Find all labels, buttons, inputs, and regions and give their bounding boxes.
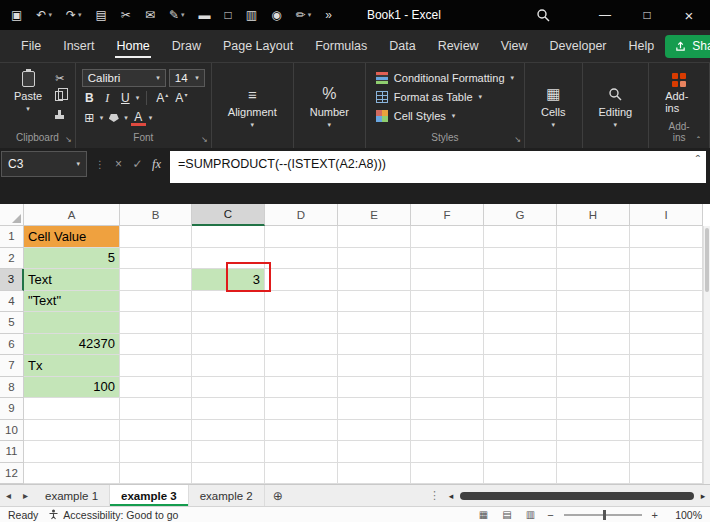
copy-button[interactable] (55, 89, 64, 103)
cell-F1[interactable] (411, 226, 484, 248)
cell-C6[interactable] (192, 334, 265, 356)
cell-I7[interactable] (630, 355, 703, 377)
collapse-ribbon-button[interactable]: ˆ (697, 135, 700, 145)
close-button[interactable]: × (668, 0, 710, 30)
cell-H4[interactable] (557, 291, 630, 313)
cell-E6[interactable] (338, 334, 411, 356)
menu-tab-review[interactable]: Review (427, 30, 490, 62)
zoom-level[interactable]: 100% (668, 509, 702, 521)
cell-H12[interactable] (557, 463, 630, 485)
accessibility-status[interactable]: Accessibility: Good to go (48, 509, 178, 521)
column-header-E[interactable]: E (338, 204, 411, 226)
cell-B4[interactable] (120, 291, 192, 313)
column-header-A[interactable]: A (24, 204, 120, 226)
cell-A1[interactable]: Cell Value (24, 226, 120, 248)
camera-icon[interactable]: ◉ (264, 8, 288, 22)
column-header-G[interactable]: G (484, 204, 557, 226)
cells-button[interactable]: ▦ Cells ▾ (531, 68, 575, 146)
column-header-H[interactable]: H (557, 204, 630, 226)
select-all-corner[interactable] (0, 204, 24, 226)
cell-E10[interactable] (338, 420, 411, 442)
zoom-in-button[interactable]: + (652, 509, 658, 521)
cell-H5[interactable] (557, 312, 630, 334)
cell-F6[interactable] (411, 334, 484, 356)
cell-H2[interactable] (557, 248, 630, 270)
addins-button[interactable]: Add-ins (655, 68, 703, 119)
dialog-launcher-icon[interactable]: ↘ (514, 135, 521, 144)
cell-A4[interactable]: "Text" (24, 291, 120, 313)
menu-tab-help[interactable]: Help (618, 30, 666, 62)
cell-B11[interactable] (120, 441, 192, 463)
cell-G7[interactable] (484, 355, 557, 377)
cell-B7[interactable] (120, 355, 192, 377)
row-header-7[interactable]: 7 (0, 355, 24, 377)
column-header-D[interactable]: D (265, 204, 338, 226)
underline-button[interactable]: U (118, 90, 133, 107)
row-header-10[interactable]: 10 (0, 420, 24, 442)
cell-C10[interactable] (192, 420, 265, 442)
sheet-nav-right-icon[interactable]: ▸ (17, 485, 34, 506)
cell-C3[interactable]: 3 (192, 269, 265, 291)
cell-G4[interactable] (484, 291, 557, 313)
cell-C9[interactable] (192, 398, 265, 420)
menu-tab-insert[interactable]: Insert (52, 30, 105, 62)
save-icon[interactable]: ▣ (4, 8, 29, 22)
horizontal-scrollbar-thumb[interactable] (460, 492, 694, 500)
cell-E4[interactable] (338, 291, 411, 313)
cell-A3[interactable]: Text (24, 269, 120, 291)
cell-I5[interactable] (630, 312, 703, 334)
mail-icon[interactable]: ✉ (138, 8, 162, 22)
cell-E2[interactable] (338, 248, 411, 270)
cell-C8[interactable] (192, 377, 265, 399)
row-header-6[interactable]: 6 (0, 334, 24, 356)
cell-C4[interactable] (192, 291, 265, 313)
vertical-scrollbar[interactable] (703, 226, 710, 484)
increase-font-size-button[interactable]: A▴ (154, 90, 170, 107)
sheet-tab-example-1[interactable]: example 1 (34, 485, 110, 506)
dialog-launcher-icon[interactable]: ↘ (201, 135, 208, 144)
overflow-icon[interactable]: » (318, 8, 339, 22)
cell-D12[interactable] (265, 463, 338, 485)
cut-icon[interactable]: ✂ (114, 8, 138, 22)
conditional-formatting-button[interactable]: Conditional Formatting ▾ (372, 68, 518, 87)
highlighter-icon[interactable]: ▬ (192, 8, 218, 22)
row-header-4[interactable]: 4 (0, 291, 24, 313)
cell-H10[interactable] (557, 420, 630, 442)
cell-A7[interactable]: Tx (24, 355, 120, 377)
dialog-launcher-icon[interactable]: ↘ (65, 135, 72, 144)
cell-C12[interactable] (192, 463, 265, 485)
row-header-11[interactable]: 11 (0, 441, 24, 463)
bold-button[interactable]: B (82, 90, 97, 107)
cell-A11[interactable] (24, 441, 120, 463)
cell-B8[interactable] (120, 377, 192, 399)
cell-D5[interactable] (265, 312, 338, 334)
zoom-out-button[interactable]: − (547, 509, 553, 521)
column-header-I[interactable]: I (630, 204, 703, 226)
cell-G2[interactable] (484, 248, 557, 270)
cut-button[interactable]: ✂ (55, 71, 64, 85)
row-header-5[interactable]: 5 (0, 312, 24, 334)
cell-F10[interactable] (411, 420, 484, 442)
cell-A5[interactable] (24, 312, 120, 334)
cell-I4[interactable] (630, 291, 703, 313)
cell-C5[interactable] (192, 312, 265, 334)
cell-styles-button[interactable]: Cell Styles ▾ (372, 106, 518, 125)
cell-A8[interactable]: 100 (24, 377, 120, 399)
format-as-table-button[interactable]: Format as Table ▾ (372, 87, 518, 106)
cell-C11[interactable] (192, 441, 265, 463)
zoom-slider[interactable] (564, 514, 642, 516)
italic-button[interactable]: I (100, 90, 115, 107)
name-box[interactable]: C3 ▾ (1, 151, 87, 177)
number-button[interactable]: % Number ▾ (300, 68, 359, 146)
cell-I9[interactable] (630, 398, 703, 420)
cell-H1[interactable] (557, 226, 630, 248)
paste-button[interactable]: Paste ▾ (6, 68, 50, 121)
row-header-12[interactable]: 12 (0, 463, 24, 485)
column-header-B[interactable]: B (120, 204, 192, 226)
font-size-select[interactable]: 14 ▾ (169, 69, 205, 87)
draw-icon[interactable]: ✏▾ (289, 8, 319, 22)
horizontal-scrollbar[interactable] (458, 485, 696, 506)
borders-button[interactable]: ⊞ (82, 110, 97, 127)
cell-G10[interactable] (484, 420, 557, 442)
cell-H9[interactable] (557, 398, 630, 420)
